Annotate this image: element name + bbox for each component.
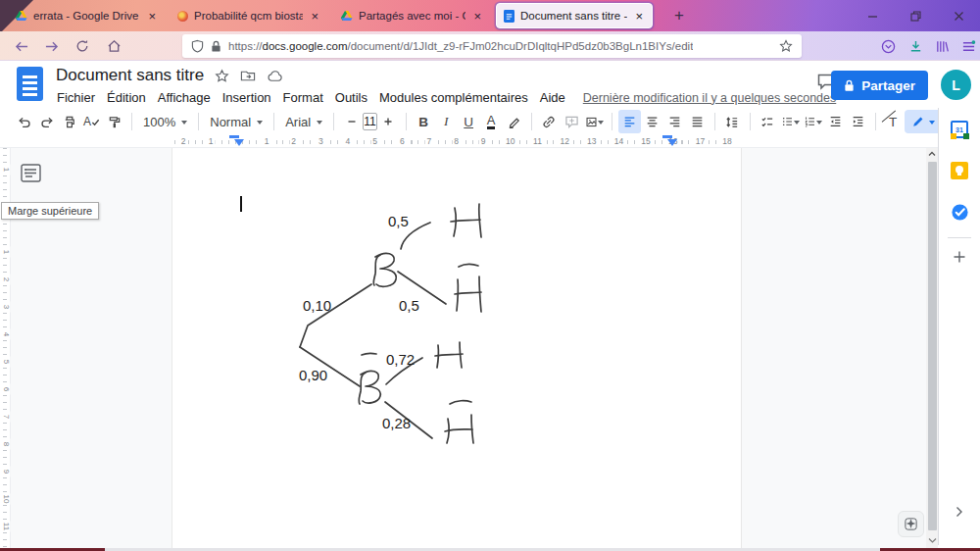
add-addon-button[interactable] xyxy=(953,250,966,264)
library-icon[interactable] xyxy=(932,36,952,56)
left-indent-marker[interactable] xyxy=(234,139,244,146)
document-workspace: 1123456789101112 Marge supérieure xyxy=(0,148,926,551)
line-spacing-icon[interactable] xyxy=(721,110,744,133)
google-docs-logo[interactable] xyxy=(17,67,43,101)
forward-icon[interactable] xyxy=(41,36,61,56)
redo-icon[interactable] xyxy=(35,110,58,133)
cloud-save-status-icon[interactable] xyxy=(267,70,283,82)
minimize-button[interactable] xyxy=(851,0,894,31)
tab-close-icon[interactable]: × xyxy=(471,9,483,24)
menu-outils[interactable]: Outils xyxy=(329,88,373,107)
align-right-button[interactable] xyxy=(663,110,686,133)
menu-icon[interactable] xyxy=(958,36,978,56)
spellcheck-icon[interactable]: A xyxy=(80,110,103,133)
home-icon[interactable] xyxy=(104,36,123,56)
document-page[interactable]: 0,5 0,10 0,5 0,72 0,90 0,28 xyxy=(172,148,742,551)
scroll-up-icon[interactable] xyxy=(928,151,936,159)
clear-formatting-button[interactable]: T xyxy=(882,110,905,133)
tab-close-icon[interactable]: × xyxy=(146,9,158,24)
tasks-icon[interactable] xyxy=(950,202,969,222)
insert-image-icon[interactable] xyxy=(583,110,606,133)
url-bar[interactable]: https://docs.google.com/document/d/1JIdt… xyxy=(182,34,802,58)
bookmark-star-icon[interactable] xyxy=(779,39,793,53)
undo-icon[interactable] xyxy=(13,110,35,133)
tab-partages-avec-moi[interactable]: Partagés avec moi - Google Dri × xyxy=(333,3,490,28)
zoom-select[interactable]: 100% xyxy=(138,110,192,133)
align-center-button[interactable] xyxy=(641,110,663,133)
new-tab-button[interactable]: + xyxy=(668,6,690,25)
scrollbar-thumb[interactable] xyxy=(928,162,937,530)
menu-affichage[interactable]: Affichage xyxy=(152,88,217,107)
h-ruler-number: 2 xyxy=(179,136,188,146)
tab-close-icon[interactable]: × xyxy=(309,9,320,24)
move-folder-icon[interactable] xyxy=(240,69,256,82)
calendar-day: 31 xyxy=(956,126,963,133)
font-size-input[interactable]: 11 xyxy=(363,113,376,130)
menu-insertion[interactable]: Insertion xyxy=(217,88,277,107)
paragraph-style-select[interactable]: Normal xyxy=(205,110,268,133)
menu-fichier[interactable]: Fichier xyxy=(51,88,101,107)
course-site-icon xyxy=(177,11,188,22)
tab-document-sans-titre[interactable]: Document sans titre - Google D × xyxy=(496,3,653,28)
document-outline-icon[interactable] xyxy=(21,164,41,182)
explore-button[interactable] xyxy=(898,511,924,537)
lock-icon[interactable] xyxy=(211,40,221,53)
menu-aide[interactable]: Aide xyxy=(534,88,571,107)
paint-format-icon[interactable] xyxy=(103,110,125,133)
share-button[interactable]: Partager xyxy=(831,71,928,100)
star-document-icon[interactable] xyxy=(215,69,229,83)
increase-font-size-button[interactable] xyxy=(377,110,400,133)
italic-button[interactable]: I xyxy=(435,110,458,133)
align-left-button[interactable] xyxy=(618,110,641,133)
insert-link-icon[interactable] xyxy=(538,110,561,133)
v-ruler-number: 2 xyxy=(1,275,11,285)
restore-button[interactable] xyxy=(894,0,937,31)
tracking-shield-icon[interactable] xyxy=(191,39,204,53)
pocket-icon[interactable] xyxy=(878,36,898,56)
reload-icon[interactable] xyxy=(73,36,92,56)
calendar-icon[interactable]: 31 xyxy=(950,120,969,139)
justify-button[interactable] xyxy=(686,110,709,133)
tab-close-icon[interactable]: × xyxy=(633,9,645,24)
tab-errata[interactable]: errata - Google Drive × xyxy=(8,3,165,28)
horizontal-ruler[interactable]: 21123456789101112131415161718 xyxy=(0,135,938,148)
add-comment-icon[interactable] xyxy=(561,110,583,133)
right-indent-marker[interactable] xyxy=(667,139,677,146)
menu-edition[interactable]: Édition xyxy=(101,88,152,107)
back-icon[interactable] xyxy=(12,36,31,56)
account-avatar[interactable]: L xyxy=(941,70,971,100)
decrease-font-size-button[interactable] xyxy=(340,110,363,133)
close-window-button[interactable] xyxy=(937,0,980,31)
text-color-button[interactable]: A xyxy=(480,110,503,133)
menu-format[interactable]: Format xyxy=(277,88,329,107)
decrease-indent-icon[interactable] xyxy=(824,110,847,133)
collapse-panel-icon[interactable] xyxy=(956,506,963,518)
font-select[interactable]: Arial xyxy=(280,110,327,133)
menu-modules[interactable]: Modules complémentaires xyxy=(373,88,534,107)
underline-button[interactable]: U xyxy=(458,110,480,133)
chevron-down-icon xyxy=(929,121,935,127)
bulleted-list-icon[interactable] xyxy=(779,110,802,133)
keep-icon[interactable] xyxy=(950,161,969,180)
h-ruler-number: 17 xyxy=(694,136,707,146)
download-icon[interactable] xyxy=(906,36,925,56)
probability-tree-drawing[interactable] xyxy=(172,148,743,551)
highlight-color-icon[interactable] xyxy=(503,110,525,133)
panel-divider xyxy=(948,237,971,238)
bold-button[interactable]: B xyxy=(413,110,435,133)
print-icon[interactable] xyxy=(58,110,80,133)
numbered-list-icon[interactable] xyxy=(802,110,824,133)
url-path: /document/d/1JIdt_z9-rFJm02hcuDrDIqltqHP… xyxy=(347,40,693,52)
last-modified-link[interactable]: Dernière modification il y a quelques se… xyxy=(583,91,836,105)
increase-indent-icon[interactable] xyxy=(847,110,869,133)
document-title[interactable]: Document sans titre xyxy=(56,66,204,85)
vertical-scrollbar[interactable] xyxy=(926,148,938,551)
node-Hbar-bottom xyxy=(445,401,473,443)
node-H-middle xyxy=(435,342,463,368)
checklist-icon[interactable] xyxy=(757,110,779,133)
h-ruler-number: 4 xyxy=(344,136,353,146)
scroll-down-icon[interactable] xyxy=(928,537,937,544)
tab-probabilite-qcm[interactable]: Probabilité qcm biostat - UE4 - × xyxy=(171,3,327,28)
editing-mode-button[interactable] xyxy=(905,110,942,133)
h-ruler-number: 6 xyxy=(398,136,407,146)
